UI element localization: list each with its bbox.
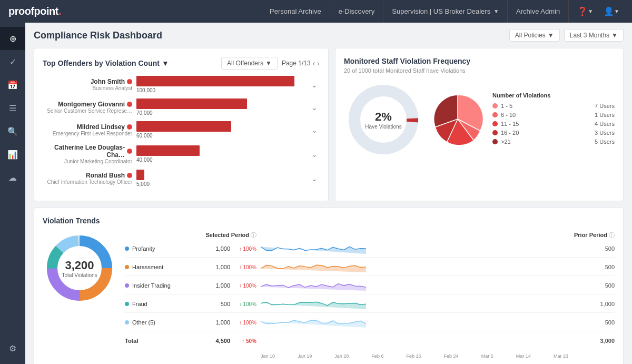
- expand-row-button[interactable]: ⌄: [311, 126, 320, 134]
- trend-total-row: Total 4,500 ↑ 50% 3,000: [125, 335, 615, 349]
- trends-donut-label: 3,200 Total Violations: [62, 259, 97, 278]
- offender-name: Montgomery Giovanni: [43, 101, 132, 108]
- trend-selected: 1,000: [188, 245, 230, 252]
- header-filters: All Policies ▼ Last 3 Months ▼: [509, 29, 624, 42]
- trend-row: Fraud 500 ↓ 100% 1,000: [125, 298, 615, 313]
- offender-role: Senior Customer Service Represe…: [43, 108, 132, 114]
- trend-change: ↑ 100%: [230, 320, 256, 326]
- chart-icon: 📊: [7, 150, 18, 160]
- offender-row: Mildred Lindsey Emergency First Level Re…: [43, 121, 320, 139]
- nav-archive-admin[interactable]: Archive Admin: [508, 0, 569, 23]
- violation-bar: [136, 121, 231, 132]
- violation-bar: [136, 99, 247, 109]
- dashboard-icon: ⊕: [9, 34, 16, 44]
- trend-category: Fraud: [125, 301, 188, 307]
- trend-total-change: ↑ 50%: [230, 338, 256, 344]
- monitored-title: Monitored Staff Violation Frequency: [344, 57, 615, 65]
- trend-total-selected: 4,500: [188, 338, 230, 344]
- trend-prior: 500: [588, 319, 615, 326]
- violation-legend: Number of Violations 1 - 5 7 Users 6 - 1…: [492, 92, 615, 147]
- trend-category: Insider Trading: [125, 282, 188, 289]
- nav-ediscovery[interactable]: e-Discovery: [330, 0, 384, 23]
- expand-row-button[interactable]: ⌄: [311, 103, 320, 112]
- trends-donut: 3,200 Total Violations: [43, 231, 116, 305]
- prev-page-button[interactable]: ‹: [313, 59, 315, 67]
- total-sparkline: [256, 335, 588, 347]
- nav-supervision[interactable]: Supervision | US Broker Dealers ▼: [383, 0, 508, 23]
- offenders-title-dropdown-icon[interactable]: ▼: [162, 59, 169, 67]
- sidebar-item-calendar[interactable]: 📅: [0, 73, 25, 96]
- sparkline: [256, 316, 588, 329]
- monitored-content: 2% Have Violations: [344, 80, 615, 159]
- violation-bar: [136, 76, 294, 86]
- trend-category: Other (5): [125, 319, 188, 326]
- x-axis-label: Feb 24: [444, 353, 459, 359]
- offenders-list: John Smith Business Analyst 100,000 ⌄ Mo…: [43, 76, 320, 187]
- sparkline: [256, 261, 588, 273]
- all-policies-filter[interactable]: All Policies ▼: [509, 29, 560, 42]
- expand-row-button[interactable]: ⌄: [311, 150, 320, 159]
- trend-selected: 1,000: [188, 282, 230, 289]
- x-axis-label: Feb 15: [406, 353, 421, 359]
- list-icon: ☰: [9, 103, 16, 113]
- violation-indicator: [127, 79, 132, 84]
- all-offenders-filter[interactable]: All Offenders ▼: [221, 57, 278, 70]
- offender-row: Ronald Bush Chief Information Technology…: [43, 170, 320, 187]
- legend-dot: [492, 139, 498, 144]
- violation-indicator: [127, 124, 132, 130]
- gear-icon: ⚙: [9, 343, 16, 353]
- offender-role: Business Analyst: [43, 85, 132, 91]
- trend-change: ↑ 100%: [230, 283, 256, 289]
- legend-item: 6 - 10 1 Users: [492, 112, 615, 118]
- x-axis-label: Jan 10: [261, 353, 275, 359]
- trend-total-label: Total: [125, 338, 188, 344]
- legend-value: 5 Users: [595, 139, 615, 145]
- trend-category: Profanity: [125, 245, 188, 252]
- monitored-donut: 2% Have Violations: [344, 80, 423, 159]
- violation-indicator: [127, 149, 132, 154]
- trend-row: Harassment 1,000 ↑ 100% 500: [125, 261, 615, 276]
- x-axis-label: Jan 28: [334, 353, 349, 359]
- user-menu-button[interactable]: 👤▼: [599, 4, 624, 18]
- trends-title: Violation Trends: [43, 217, 615, 225]
- calendar-icon: 📅: [7, 80, 18, 90]
- x-axis-label: Feb 6: [371, 353, 383, 359]
- legend-label: 6 - 10: [501, 112, 591, 118]
- next-page-button[interactable]: ›: [317, 59, 320, 67]
- legend-value: 3 Users: [595, 130, 615, 136]
- legend-dot: [492, 130, 498, 135]
- legend-value: 1 Users: [595, 112, 615, 118]
- expand-row-button[interactable]: ⌄: [311, 174, 320, 183]
- period-filter[interactable]: Last 3 Months ▼: [564, 29, 624, 42]
- offender-role: Junior Marketing Coordinator: [43, 159, 132, 164]
- expand-row-button[interactable]: ⌄: [311, 81, 320, 89]
- content-area: Compliance Risk Dashboard All Policies ▼…: [25, 23, 632, 364]
- trend-prior: 1,000: [588, 301, 615, 307]
- offender-row: Montgomery Giovanni Senior Customer Serv…: [43, 99, 320, 116]
- cloud-icon: ☁: [8, 173, 17, 183]
- violation-bar: [136, 170, 144, 180]
- sidebar-item-list[interactable]: ☰: [0, 96, 25, 120]
- sidebar-item-search[interactable]: 🔍: [0, 120, 25, 143]
- offender-row: John Smith Business Analyst 100,000 ⌄: [43, 76, 320, 93]
- legend-label: 11 - 15: [501, 121, 591, 127]
- search-icon: 🔍: [7, 126, 18, 136]
- sidebar-item-cloud[interactable]: ☁: [0, 166, 25, 189]
- offender-name: John Smith: [43, 78, 132, 85]
- bar-value: 40,000: [136, 157, 307, 163]
- sidebar-item-settings[interactable]: ⚙: [0, 337, 25, 360]
- legend-item: 16 - 20 3 Users: [492, 130, 615, 136]
- dashboard-header: Compliance Risk Dashboard All Policies ▼…: [34, 29, 624, 42]
- sidebar-item-dashboard[interactable]: ⊕: [0, 27, 25, 50]
- legend-value: 7 Users: [595, 103, 615, 109]
- bar-container: 70,000: [136, 99, 307, 116]
- sidebar-item-chart[interactable]: 📊: [0, 143, 25, 166]
- offender-name: Mildred Lindsey: [43, 123, 132, 131]
- bar-container: 40,000: [136, 145, 307, 163]
- policies-dropdown-icon: ▼: [548, 32, 554, 39]
- trend-change: ↓ 100%: [230, 301, 256, 307]
- help-button[interactable]: ❓▼: [573, 4, 597, 18]
- trend-row: Insider Trading 1,000 ↑ 100% 500: [125, 279, 615, 294]
- nav-personal-archive[interactable]: Personal Archive: [261, 0, 330, 23]
- sidebar-item-check[interactable]: ✓: [0, 50, 25, 73]
